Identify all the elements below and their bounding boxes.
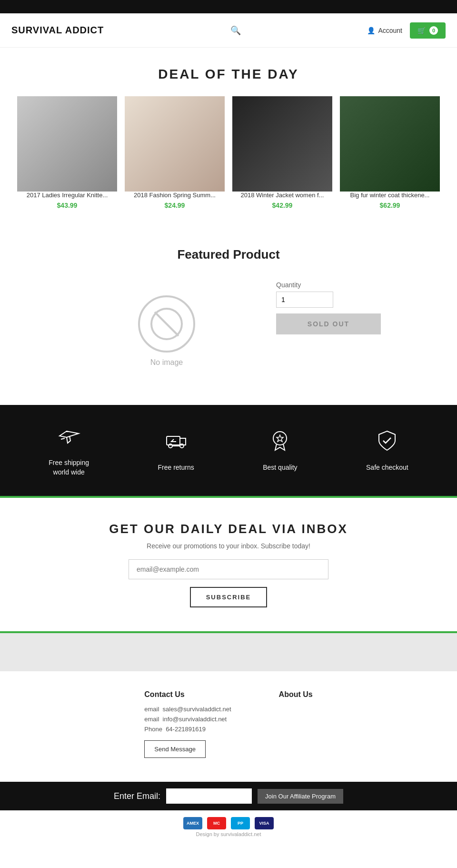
account-label: Account [378,27,402,34]
feature-checkout: Safe checkout [366,429,408,473]
shield-icon [375,429,399,457]
truck-icon [164,429,188,457]
product-card[interactable]: Big fur winter coat thickene... $62.99 [340,96,440,209]
quantity-input[interactable] [276,292,333,308]
featured-form: Quantity SOLD OUT [276,276,381,334]
product-name: 2018 Fashion Spring Summ... [125,192,225,199]
shipping-label: Free shippingworld wide [49,458,89,477]
feature-shipping: Free shippingworld wide [49,424,89,477]
paypal-icon: PP [231,817,250,829]
footer-about: About Us [279,690,313,758]
product-price: $42.99 [232,202,332,209]
featured-content: No image Quantity SOLD OUT [11,276,446,386]
affiliate-email-input[interactable] [166,788,252,804]
features-strip: Free shippingworld wide Free returns [0,405,457,496]
footer-cols: Contact Us email sales@survivaladdict.ne… [11,690,446,758]
payment-row: AMEX MC PP VISA [0,810,457,831]
affiliate-label: Enter Email: [114,791,160,801]
footer-contact: Contact Us email sales@survivaladdict.ne… [144,690,231,758]
deal-section: DEAL OF THE DAY 2017 Ladies Irregular Kn… [0,48,457,228]
featured-image-area: No image [76,276,257,386]
feature-quality: Best quality [263,429,297,473]
sold-out-button: SOLD OUT [276,313,381,334]
products-grid: 2017 Ladies Irregular Knitte... $43.99 2… [11,96,446,209]
product-price: $43.99 [17,202,117,209]
top-bar [0,0,457,13]
featured-section: Featured Product No image Quantity SOLD … [0,228,457,405]
phone-label: Phone [144,726,162,733]
affiliate-button[interactable]: Join Our Affiliate Program [258,789,343,804]
account-button[interactable]: 👤 Account [367,27,402,34]
amex-icon: AMEX [183,817,202,829]
product-card[interactable]: 2017 Ladies Irregular Knitte... $43.99 [17,96,117,209]
gray-section [0,633,457,671]
svg-rect-2 [167,436,180,445]
product-card[interactable]: 2018 Fashion Spring Summ... $24.99 [125,96,225,209]
product-name: Big fur winter coat thickene... [340,192,440,199]
returns-label: Free returns [158,463,194,473]
feature-returns: Free returns [158,429,194,473]
footer-design: Design by survivaladdict.net [0,831,457,842]
award-icon [268,429,292,457]
featured-title: Featured Product [11,247,446,262]
no-image-text: No image [150,358,183,367]
newsletter-email-input[interactable] [129,559,328,579]
quality-label: Best quality [263,463,297,473]
cart-icon: 🛒 [417,27,426,34]
newsletter-title: GET OUR DAILY DEAL VIA INBOX [11,522,446,536]
product-name: 2017 Ladies Irregular Knitte... [17,192,117,199]
svg-point-5 [273,432,287,445]
no-image-svg [150,307,183,341]
footer: Contact Us email sales@survivaladdict.ne… [0,671,457,782]
mastercard-icon: MC [207,817,226,829]
search-icon[interactable]: 🔍 [230,25,241,36]
email2-value: info@survivaladdict.net [163,716,227,723]
visa-icon: VISA [255,817,274,829]
email1-value: sales@survivaladdict.net [163,706,231,713]
product-image [232,96,332,192]
email2-label: email [144,716,159,723]
product-price: $62.99 [340,202,440,209]
newsletter-section: GET OUR DAILY DEAL VIA INBOX Receive our… [0,498,457,631]
cart-badge: 0 [429,26,438,35]
checkout-label: Safe checkout [366,463,408,473]
newsletter-subtitle: Receive our promotions to your inbox. Su… [11,542,446,550]
svg-line-1 [155,312,179,336]
product-image [340,96,440,192]
product-image [125,96,225,192]
product-card[interactable]: 2018 Winter Jacket women f... $42.99 [232,96,332,209]
about-title: About Us [279,690,313,699]
contact-email2: email info@survivaladdict.net [144,716,231,723]
account-icon: 👤 [367,27,375,34]
header: SURVIVAL ADDICT 🔍 👤 Account 🛒 0 [0,13,457,48]
features-inner: Free shippingworld wide Free returns [14,424,443,477]
product-name: 2018 Winter Jacket women f... [232,192,332,199]
product-price: $24.99 [125,202,225,209]
plane-icon [57,424,81,453]
phone-value: 64-221891619 [166,726,206,733]
contact-phone: Phone 64-221891619 [144,726,231,733]
contact-email1: email sales@survivaladdict.net [144,706,231,713]
site-logo[interactable]: SURVIVAL ADDICT [11,25,104,36]
subscribe-button[interactable]: SUBSCRIBE [190,587,268,607]
header-right: 👤 Account 🛒 0 [367,22,446,39]
deal-title: DEAL OF THE DAY [11,67,446,82]
contact-title: Contact Us [144,690,231,699]
product-image [17,96,117,192]
email1-label: email [144,706,159,713]
affiliate-bar: Enter Email: Join Our Affiliate Program [0,782,457,810]
quantity-label: Quantity [276,281,381,289]
cart-button[interactable]: 🛒 0 [410,22,446,39]
no-image-icon [138,295,195,353]
send-message-button[interactable]: Send Message [144,740,206,758]
